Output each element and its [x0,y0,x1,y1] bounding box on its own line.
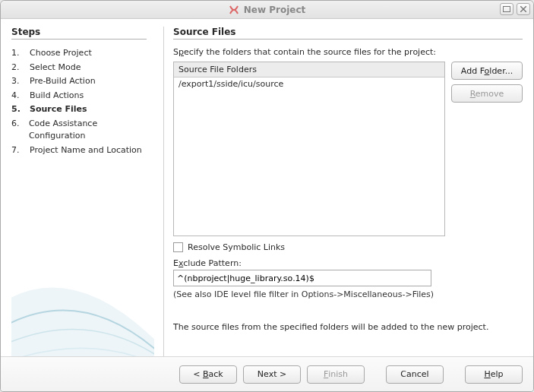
table-row[interactable]: /export1/sside/icu/source [174,77,444,90]
resolve-symlinks-label: Resolve Symbolic Links [188,242,285,252]
pane-divider [163,27,164,356]
instruction-text: Specify the folders that contain the sou… [173,47,523,57]
table-header: Source File Folders [174,62,444,77]
step-5-current: 5.Source Files [11,103,147,116]
resolve-symlinks-row: Resolve Symbolic Links [173,242,523,252]
table-body: /export1/sside/icu/source [174,77,444,236]
exclude-pattern-input[interactable] [173,270,431,286]
step-2: 2.Select Mode [11,62,147,74]
finish-button: Finish [307,365,365,384]
step-1: 1.Choose Project [11,47,147,60]
app-icon [229,5,239,15]
resolve-symlinks-checkbox[interactable] [173,242,183,252]
add-folder-button[interactable]: Add Folder... [451,62,523,80]
titlebar: New Project [1,1,533,19]
steps-pane: Steps 1.Choose Project 2.Select Mode 3.P… [11,27,154,356]
remove-button: Remove [451,84,523,103]
exclude-pattern-label: Exclude Pattern: [173,258,523,268]
maximize-button[interactable] [500,3,513,15]
source-files-pane: Source Files Specify the folders that co… [173,27,523,356]
step-4: 4.Build Actions [11,90,147,103]
window-title: New Project [244,5,306,15]
cancel-button[interactable]: Cancel [386,365,444,384]
step-6: 6.Code Assistance Configuration [11,118,147,143]
step-7: 7.Project Name and Location [11,144,147,157]
new-project-window: New Project Steps 1.Choose Project 2.Sel… [0,0,534,392]
decorative-wave [11,220,154,356]
footer-note: The source files from the specified fold… [173,322,523,332]
steps-list: 1.Choose Project 2.Select Mode 3.Pre-Bui… [11,47,147,156]
next-button[interactable]: Next > [243,365,301,384]
exclude-hint: (See also IDE level file filter in Optio… [173,289,523,299]
step-3: 3.Pre-Build Action [11,75,147,88]
wizard-button-bar: < Back Next > Finish Cancel Help [1,356,533,391]
panel-heading: Source Files [173,27,523,40]
close-button[interactable] [517,3,530,15]
back-button[interactable]: < Back [179,365,237,384]
help-button[interactable]: Help [465,365,523,384]
svg-rect-0 [504,7,510,12]
source-folders-table[interactable]: Source File Folders /export1/sside/icu/s… [173,62,445,236]
steps-heading: Steps [11,27,147,40]
